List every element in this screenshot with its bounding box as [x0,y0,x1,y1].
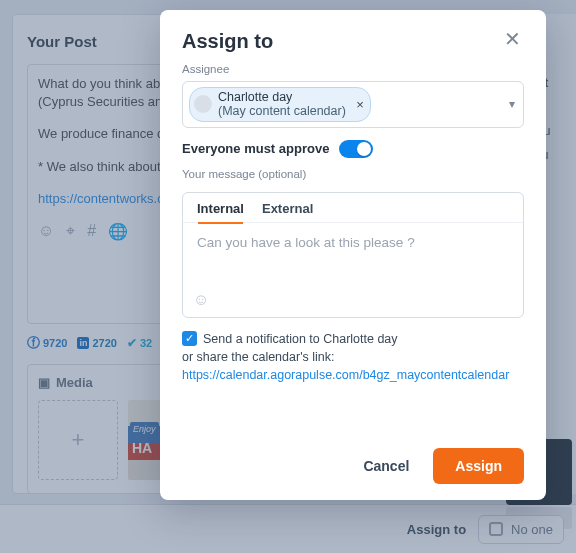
approve-label: Everyone must approve [182,141,329,156]
checkbox-empty-icon [489,522,503,536]
message-box: Internal External Can you have a look at… [182,192,524,318]
tab-external[interactable]: External [262,201,313,222]
close-icon[interactable]: ✕ [504,30,524,50]
assign-button[interactable]: Assign [433,448,524,484]
chevron-down-icon[interactable]: ▾ [509,97,515,111]
fb-count: ⓕ9720 [27,334,67,352]
footer-assign-label: Assign to [407,522,466,537]
add-media-button[interactable]: + [38,400,118,480]
tab-internal[interactable]: Internal [197,201,244,222]
emoji-icon[interactable]: ☺ [193,291,209,308]
remove-chip-icon[interactable]: × [356,97,364,112]
calendar-link[interactable]: https://calendar.agorapulse.com/b4gz_may… [182,368,509,382]
assignee-sub: (May content calendar) [218,104,346,118]
cancel-button[interactable]: Cancel [353,448,419,484]
assignee-label: Assignee [182,63,524,75]
location-icon[interactable]: ⌖ [66,222,75,241]
notification-block: ✓ Send a notification to Charlotte day o… [182,330,524,384]
assignee-chip: Charlotte day (May content calendar) × [189,87,371,122]
approve-toggle[interactable] [339,140,373,158]
notify-line1: Send a notification to Charlotte day [203,330,398,348]
avatar [194,95,212,113]
li-count: in2720 [77,337,116,349]
media-label: Media [56,375,93,390]
emoji-icon[interactable]: ☺ [38,222,54,241]
message-input[interactable]: Can you have a look at this please ? [183,223,523,287]
notify-checkbox[interactable]: ✓ [182,331,197,346]
hashtag-icon[interactable]: # [87,222,96,241]
image-icon: ▣ [38,375,50,390]
assignee-selector[interactable]: No one [478,515,564,544]
tw-count: ✔32 [127,336,152,350]
post-link[interactable]: https://contentworks.c [38,191,164,206]
assign-modal: Assign to ✕ Assignee Charlotte day (May … [160,10,546,500]
notify-line2: or share the calendar's link: [182,348,524,366]
assignee-dropdown[interactable]: Charlotte day (May content calendar) × ▾ [182,81,524,128]
assignee-selector-label: No one [511,522,553,537]
assignee-name: Charlotte day [218,90,346,104]
message-label: Your message (optional) [182,168,524,180]
modal-title: Assign to [182,30,273,53]
globe-icon[interactable]: 🌐 [108,222,128,241]
